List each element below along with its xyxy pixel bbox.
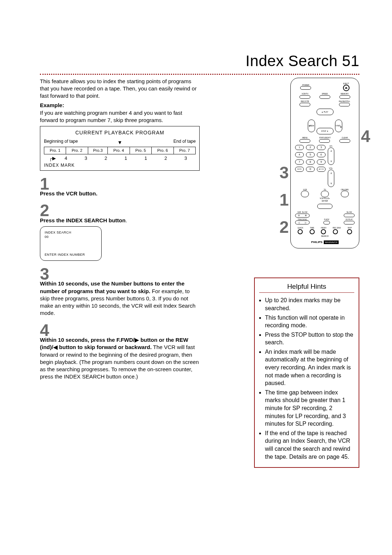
rew-button[interactable]: ◀REW	[308, 119, 315, 132]
prog-cell: Pro. 1	[44, 147, 66, 154]
time-label: TIME	[310, 227, 315, 229]
index-marks-row: ┌▶ 4 3 2 1 1 2 3	[44, 155, 196, 162]
menu-button[interactable]	[299, 139, 310, 143]
prog-cell: Pro.3	[88, 147, 107, 154]
fadv-button[interactable]	[323, 221, 330, 224]
num-8[interactable]: 8	[306, 159, 315, 165]
quick-button[interactable]	[298, 229, 303, 234]
example-label: Example:	[40, 102, 64, 108]
mark: 4	[56, 155, 76, 162]
mark: 3	[176, 155, 196, 162]
pausestill-label: PAUSE/STILL	[339, 100, 350, 103]
vol-rocker[interactable]: ∧∨	[328, 170, 334, 187]
vcrtv-button[interactable]	[299, 95, 310, 99]
varslow-button[interactable]: ⊖⊕	[295, 214, 310, 218]
step-3-number: 3	[40, 267, 200, 281]
num-6[interactable]: 6	[317, 152, 326, 157]
num-7[interactable]: 7	[295, 159, 304, 165]
varslow-label: VAR. SLOW	[295, 211, 310, 214]
stop-label: STOP	[321, 130, 326, 133]
tv-button[interactable]	[321, 191, 329, 197]
hint-item: This function will not operate in record…	[265, 314, 356, 329]
tape-begin: Beginning of tape	[44, 138, 78, 144]
memory-label: MEMORY	[339, 93, 350, 95]
clear-button[interactable]	[339, 139, 350, 143]
eject-button[interactable]: ⏏	[343, 85, 350, 91]
index-button[interactable]	[321, 229, 326, 234]
hint-item: Up to 20 index marks may be searched.	[265, 296, 356, 312]
tracking-label: TRACKING	[295, 218, 310, 221]
cbldbs-button[interactable]	[341, 191, 349, 197]
ch-rocker[interactable]: ∧∨	[328, 147, 334, 165]
mark: 3	[76, 155, 96, 162]
vcrtv-label: VCR/TV	[299, 93, 310, 95]
play-label: PLAY	[324, 111, 328, 113]
speed-button[interactable]	[319, 95, 330, 99]
example-text: If you are watching program number 4 and…	[40, 109, 200, 124]
step-1-number: 1	[40, 177, 200, 191]
mark: 1	[116, 155, 136, 162]
slow-label: SLOW	[344, 211, 355, 214]
memory-button[interactable]	[339, 95, 350, 99]
index-label: INDEX	[321, 227, 326, 229]
statusexit-button[interactable]	[319, 139, 330, 143]
power-label: POWER	[300, 84, 311, 86]
power-button[interactable]	[300, 86, 311, 90]
clear-label: CLEAR	[339, 137, 350, 139]
ffwd-button[interactable]: F.FWD▶	[335, 119, 342, 132]
num-3[interactable]: 3	[317, 145, 326, 150]
step-2-bold: Press the INDEX SEARCH button	[40, 217, 126, 223]
mark: 2	[156, 155, 176, 162]
time-button[interactable]	[310, 229, 315, 234]
vcr-button[interactable]	[301, 191, 309, 197]
play-button[interactable]: ▲ PLAY	[317, 109, 334, 115]
pausestill-button[interactable]	[339, 103, 350, 106]
playback-diagram: CURRENT PLAYBACK PROGRAM Beginning of ta…	[40, 126, 200, 171]
tape-end: End of tape	[173, 138, 196, 144]
hints-list: Up to 20 index marks may be searched. Th…	[255, 294, 359, 467]
recotr-label: REC/OTR	[299, 100, 310, 103]
vcr-label: VCR	[301, 189, 309, 191]
recend-label: REC END	[333, 227, 341, 229]
num-0[interactable]: 0	[306, 167, 315, 172]
slow-button[interactable]	[344, 214, 355, 217]
num-2[interactable]: 2	[306, 145, 315, 150]
tv-line3: ENTER INDEX NUMBER	[45, 252, 97, 257]
x2play-button[interactable]	[344, 221, 355, 224]
num-9[interactable]: 9	[317, 159, 326, 165]
fadv-label: F.ADV	[323, 218, 330, 221]
vol-label: VOL.	[328, 167, 334, 170]
stop-button[interactable]: STOP ▼	[317, 128, 334, 134]
step-4-number: 4	[40, 323, 200, 338]
recotr-button[interactable]	[299, 103, 310, 106]
num-4[interactable]: 4	[295, 152, 304, 157]
num-5[interactable]: 5	[306, 152, 315, 157]
hint-item: An index mark will be made automatically…	[265, 348, 356, 387]
arrow-right-icon: ┌▶	[49, 155, 56, 162]
page-number: 51	[342, 52, 359, 69]
prog-cell: Pro. 5	[130, 147, 151, 154]
step-2-rest: .	[126, 217, 127, 223]
mute-button[interactable]: MUTE	[295, 167, 304, 172]
brand-philips: PHILIPS	[311, 240, 322, 244]
num-1[interactable]: 1	[295, 145, 304, 150]
eject-label: EJECT	[343, 82, 350, 85]
rew-label: REW	[310, 125, 314, 127]
mark: 2	[96, 155, 116, 162]
callout-4: 4	[361, 125, 370, 147]
vcrplus-label: VCR PLUS+ ENTER	[317, 197, 332, 202]
vcrplus-button[interactable]	[317, 204, 332, 209]
brand-magnavox: MAGNAVOX	[324, 240, 338, 244]
skip-button[interactable]	[347, 229, 352, 234]
prog-cell: Pro. 6	[152, 147, 173, 154]
altch-button[interactable]: ALT.CH	[317, 167, 326, 172]
tv-label: TV	[321, 189, 329, 191]
recend-button[interactable]	[333, 229, 338, 234]
step-2-number: 2	[40, 203, 200, 218]
tracking-button[interactable]: ◁▷	[295, 220, 310, 224]
x2play-label: X2 PLAY	[344, 218, 355, 221]
cbldbs-label: CBL/DBS	[341, 189, 349, 191]
hint-item: Press the STOP button to stop the search…	[265, 331, 356, 347]
search-label: SEARCH	[321, 235, 329, 238]
callout-3: 3	[279, 161, 289, 184]
